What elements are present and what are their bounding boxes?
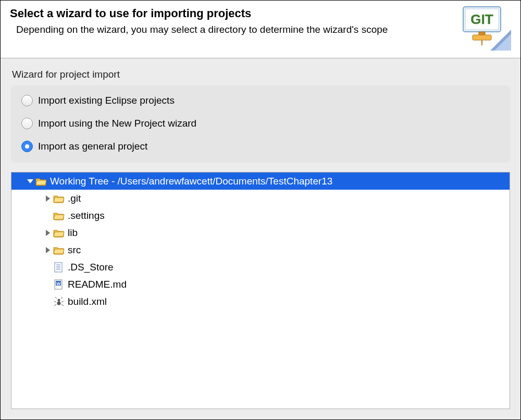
wizard-title: Select a wizard to use for importing pro… [10, 7, 454, 20]
file-ant-icon [53, 297, 65, 306]
arrow-placeholder [44, 280, 52, 289]
radio-label: Import as general project [38, 141, 147, 152]
wizard-brand-icon: GIT [454, 6, 511, 51]
svg-line-22 [61, 304, 64, 306]
chevron-right-icon[interactable] [44, 194, 52, 203]
tree-item-label: lib [68, 227, 78, 239]
directory-tree: Working Tree - /Users/andrewfawcett/Docu… [11, 172, 510, 310]
tree-item-readme[interactable]: W README.md [11, 276, 510, 293]
tree-item-label: .git [68, 193, 81, 204]
folder-open-icon [35, 177, 47, 186]
tree-item-lib[interactable]: lib [11, 224, 510, 241]
chevron-right-icon[interactable] [44, 246, 52, 254]
tree-item-label: build.xml [68, 296, 107, 307]
tree-item-ds-store[interactable]: .DS_Store [11, 258, 510, 276]
svg-line-18 [61, 297, 63, 299]
radio-button-icon [21, 118, 33, 129]
arrow-placeholder [44, 212, 52, 220]
svg-rect-4 [479, 32, 485, 35]
file-word-icon: W [53, 280, 65, 289]
arrow-placeholder [44, 263, 52, 271]
radio-button-icon [21, 95, 33, 106]
tree-item-git[interactable]: .git [11, 190, 510, 207]
wizard-subtitle: Depending on the wizard, you may select … [10, 23, 454, 36]
folder-open-icon [53, 211, 65, 220]
svg-point-15 [58, 299, 60, 301]
chevron-down-icon[interactable] [26, 177, 34, 186]
tree-item-label: src [68, 244, 81, 256]
svg-line-21 [54, 304, 56, 306]
svg-line-19 [54, 301, 56, 302]
chevron-right-icon[interactable] [44, 229, 52, 237]
radio-label: Import using the New Project wizard [38, 118, 196, 129]
tree-item-settings[interactable]: .settings [11, 207, 510, 224]
svg-rect-7 [55, 263, 62, 272]
svg-line-17 [55, 297, 57, 299]
git-logo-text: GIT [470, 11, 493, 27]
tree-item-label: README.md [68, 279, 127, 290]
folder-open-icon [53, 245, 65, 255]
tree-item-label: .settings [68, 210, 105, 221]
tree-item-src[interactable]: src [11, 241, 510, 258]
tree-item-build-xml[interactable]: build.xml [11, 293, 510, 310]
radio-import-new-wizard[interactable]: Import using the New Project wizard [21, 118, 500, 129]
tree-root-working-tree[interactable]: Working Tree - /Users/andrewfawcett/Docu… [11, 172, 510, 190]
folder-open-icon [53, 228, 65, 238]
radio-button-icon [21, 141, 33, 152]
radio-import-general[interactable]: Import as general project [21, 141, 500, 152]
radio-import-existing[interactable]: Import existing Eclipse projects [21, 95, 500, 106]
svg-rect-5 [473, 35, 491, 40]
import-radio-group: Import existing Eclipse projects Import … [11, 85, 510, 163]
wizard-content: Wizard for project import Import existin… [1, 58, 520, 419]
directory-tree-pane[interactable]: Working Tree - /Users/andrewfawcett/Docu… [11, 172, 510, 409]
radio-label: Import existing Eclipse projects [38, 95, 175, 106]
folder-open-icon [53, 194, 65, 203]
svg-line-20 [61, 301, 64, 302]
tree-item-label: Working Tree - /Users/andrewfawcett/Docu… [50, 176, 332, 187]
radio-group-label: Wizard for project import [12, 69, 510, 80]
svg-point-16 [57, 301, 61, 305]
svg-text:W: W [56, 281, 60, 286]
wizard-header-text: Select a wizard to use for importing pro… [10, 6, 454, 36]
arrow-placeholder [44, 298, 52, 306]
tree-item-label: .DS_Store [68, 262, 114, 273]
wizard-header: Select a wizard to use for importing pro… [1, 1, 520, 58]
file-text-icon [53, 263, 65, 272]
